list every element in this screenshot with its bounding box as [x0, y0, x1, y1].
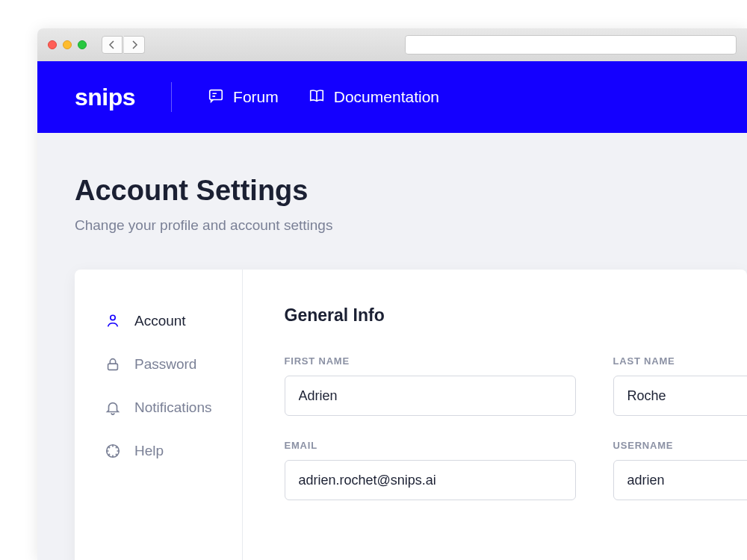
field-username: USERNAME — [613, 440, 748, 500]
svg-point-1 — [111, 315, 115, 320]
username-input[interactable] — [613, 460, 748, 500]
settings-panel: Account Password Notifications — [75, 270, 747, 560]
window-controls — [48, 40, 87, 49]
lock-icon — [105, 356, 121, 373]
user-icon — [105, 313, 121, 329]
nav-documentation-label: Documentation — [334, 88, 439, 106]
section-title: General Info — [285, 305, 748, 326]
close-window-button[interactable] — [48, 40, 57, 49]
email-input[interactable] — [285, 460, 576, 500]
field-last-name: LAST NAME — [613, 355, 748, 416]
field-first-name: FIRST NAME — [285, 355, 576, 416]
browser-titlebar — [37, 28, 747, 61]
sidebar-item-label: Password — [134, 356, 196, 373]
sidebar-item-label: Account — [134, 313, 186, 329]
sidebar-item-password[interactable]: Password — [75, 343, 242, 386]
minimize-window-button[interactable] — [63, 40, 72, 49]
nav-documentation[interactable]: Documentation — [309, 87, 439, 108]
forward-button[interactable] — [124, 36, 145, 54]
nav-forum[interactable]: Forum — [208, 87, 279, 108]
field-email: EMAIL — [285, 440, 576, 500]
sidebar-item-label: Help — [134, 443, 164, 459]
last-name-label: LAST NAME — [613, 355, 748, 367]
email-label: EMAIL — [285, 440, 576, 451]
address-bar[interactable] — [405, 35, 737, 55]
brand-logo[interactable]: snips — [75, 84, 135, 111]
maximize-window-button[interactable] — [78, 40, 87, 49]
settings-sidebar: Account Password Notifications — [75, 270, 243, 560]
form-row-name: FIRST NAME LAST NAME — [285, 355, 748, 416]
browser-window: snips Forum Documentation Account Settin… — [37, 28, 747, 560]
first-name-label: FIRST NAME — [285, 355, 576, 367]
sidebar-item-label: Notifications — [134, 399, 212, 416]
last-name-input[interactable] — [613, 376, 748, 416]
bell-icon — [105, 399, 121, 416]
username-label: USERNAME — [613, 440, 748, 451]
help-icon — [105, 443, 121, 459]
settings-main: General Info FIRST NAME LAST NAME EMAIL — [243, 270, 748, 560]
sidebar-item-account[interactable]: Account — [75, 299, 242, 343]
page-content: Account Settings Change your profile and… — [37, 133, 747, 560]
forum-icon — [208, 87, 224, 108]
svg-rect-2 — [108, 364, 118, 370]
browser-nav-buttons — [102, 36, 145, 54]
first-name-input[interactable] — [285, 376, 576, 416]
sidebar-item-notifications[interactable]: Notifications — [75, 386, 242, 429]
back-button[interactable] — [102, 36, 123, 54]
sidebar-item-help[interactable]: Help — [75, 429, 242, 473]
top-nav: snips Forum Documentation — [37, 61, 747, 133]
book-icon — [309, 87, 325, 108]
svg-rect-0 — [210, 90, 223, 99]
page-title: Account Settings — [75, 175, 747, 207]
nav-divider — [171, 82, 172, 112]
nav-forum-label: Forum — [233, 88, 279, 106]
page-subtitle: Change your profile and account settings — [75, 217, 747, 234]
form-row-account: EMAIL USERNAME — [285, 440, 748, 500]
